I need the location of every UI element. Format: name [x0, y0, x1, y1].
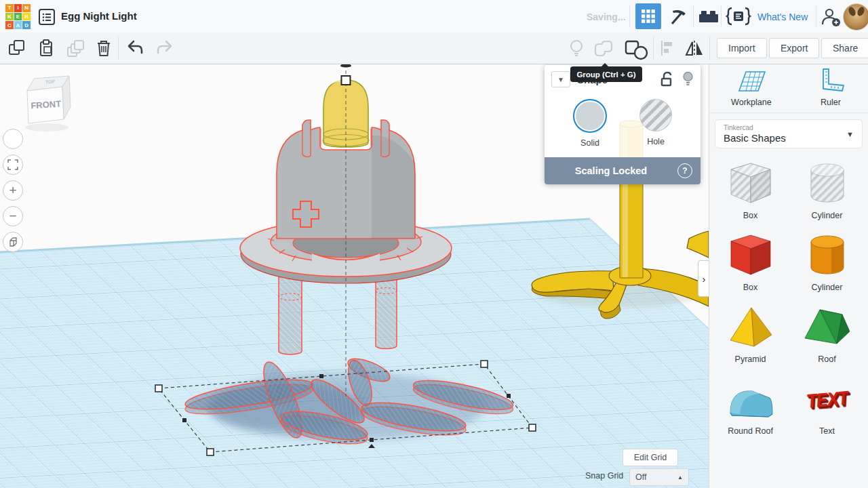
- workplane-tool[interactable]: Workplane: [731, 66, 772, 107]
- scaling-locked-text: Scaling Locked: [545, 165, 677, 176]
- design-menu-icon[interactable]: [38, 8, 56, 26]
- shape-tile-label: Cylinder: [812, 211, 843, 220]
- shape-tile-label: Round Roof: [728, 426, 773, 436]
- zoom-in-button[interactable]: +: [3, 180, 23, 201]
- add-user-icon[interactable]: [821, 7, 841, 26]
- shape-tile-round-roof[interactable]: Round Roof: [712, 368, 789, 440]
- fit-view-button[interactable]: [3, 155, 23, 175]
- workplane-label: Workplane: [731, 98, 772, 107]
- paste-icon[interactable]: [38, 39, 56, 57]
- edit-grid-button[interactable]: Edit Grid: [623, 449, 678, 466]
- import-button[interactable]: Import: [717, 38, 767, 58]
- help-icon[interactable]: ?: [677, 163, 692, 178]
- import-label: Import: [728, 43, 755, 54]
- zoom-out-button[interactable]: −: [3, 206, 23, 226]
- pyramid-thumbnail: [725, 303, 776, 352]
- caret-down-icon: ▼: [557, 76, 564, 83]
- shape-tile-hole-cylinder[interactable]: Cylinder: [789, 152, 865, 224]
- shape-tile-pyramid[interactable]: Pyramid: [712, 296, 789, 368]
- ungroup-icon[interactable]: [624, 39, 648, 61]
- undo-icon[interactable]: [126, 39, 145, 57]
- divider: [709, 37, 710, 60]
- solid-label: Solid: [580, 138, 599, 148]
- divider: [118, 37, 119, 60]
- shape-tile-label: Cylinder: [812, 283, 843, 292]
- library-brand: Tinkercad: [724, 124, 786, 131]
- hole-box-thumbnail: [725, 159, 776, 208]
- whats-new-link[interactable]: What's New: [757, 12, 808, 22]
- divider: [629, 5, 630, 27]
- view-cube[interactable]: TOP FRONT: [16, 72, 77, 137]
- snap-grid-select[interactable]: Off ▲: [629, 468, 689, 486]
- export-label: Export: [781, 43, 808, 54]
- share-button[interactable]: Share: [821, 38, 868, 58]
- height-handle[interactable]: [340, 64, 351, 85]
- ruler-icon: [815, 66, 846, 95]
- snap-grid-label: Snap Grid: [585, 471, 623, 481]
- text-thumbnail: TEXT: [802, 375, 853, 424]
- chevron-right-icon: ›: [703, 273, 706, 285]
- snap-grid-value: Off: [635, 472, 646, 482]
- logo-cell: A: [14, 21, 22, 29]
- logo-cell: T: [5, 4, 14, 12]
- solid-option[interactable]: Solid: [573, 99, 607, 148]
- group-icon[interactable]: [593, 39, 614, 60]
- shape-tile-hole-box[interactable]: Box: [712, 152, 789, 224]
- hole-label: Hole: [647, 137, 665, 146]
- delete-icon[interactable]: [95, 39, 113, 57]
- sidebar-collapse-tab[interactable]: ›: [698, 260, 709, 297]
- tinkercad-app: T I N K E R C A D Egg Night Light Saving…: [0, 0, 868, 488]
- round-roof-thumbnail: [725, 375, 776, 424]
- shape-tile-box[interactable]: Box: [712, 224, 789, 296]
- ruler-tool[interactable]: Ruler: [815, 66, 846, 107]
- home-icon: [7, 134, 18, 144]
- logo-cell: R: [22, 13, 31, 21]
- edit-grid-label: Edit Grid: [634, 453, 667, 462]
- panel-collapse-button[interactable]: ▼: [551, 71, 570, 87]
- brick-icon[interactable]: [698, 9, 719, 23]
- text-thumbnail-word: TEXT: [806, 386, 848, 412]
- bulb-icon[interactable]: [568, 39, 585, 58]
- codeblocks-icon[interactable]: [726, 7, 751, 26]
- hole-swatch: [639, 99, 672, 131]
- shape-tile-label: Text: [819, 426, 835, 436]
- tinkercad-logo[interactable]: T I N K E R C A D: [5, 4, 31, 29]
- home-view-button[interactable]: [3, 129, 23, 149]
- library-title: Basic Shapes: [724, 132, 786, 144]
- logo-cell: E: [14, 13, 22, 21]
- library-text: Tinkercad Basic Shapes: [724, 124, 786, 144]
- logo-cell: I: [14, 4, 22, 12]
- workplane-icon: [734, 66, 769, 95]
- sidebar-tools: Workplane Ruler: [709, 64, 868, 113]
- shape-tile-cylinder[interactable]: Cylinder: [789, 224, 865, 296]
- shape-tile-label: Roof: [818, 354, 835, 364]
- view-cube-front-label[interactable]: FRONT: [31, 98, 62, 110]
- export-button[interactable]: Export: [769, 38, 819, 58]
- hole-cylinder-thumbnail: [802, 159, 853, 208]
- view-cube-top-label[interactable]: TOP: [45, 79, 55, 84]
- minecraft-pickaxe-icon[interactable]: [667, 8, 692, 26]
- shape-gallery: Box Cylinder: [709, 148, 868, 444]
- copy-icon[interactable]: [8, 39, 26, 57]
- mirror-icon[interactable]: [684, 39, 705, 58]
- duplicate-icon[interactable]: [66, 39, 85, 58]
- fit-view-icon: [7, 159, 18, 170]
- redo-icon[interactable]: [155, 39, 174, 57]
- red-box-thumbnail: [725, 231, 776, 280]
- hole-option[interactable]: Hole: [639, 99, 672, 148]
- logo-cell: N: [22, 4, 31, 12]
- shape-tile-text[interactable]: TEXT Text: [789, 368, 865, 440]
- apps-grid-icon[interactable]: [635, 3, 661, 29]
- unlocked-icon[interactable]: [659, 71, 674, 87]
- avatar[interactable]: [843, 3, 868, 30]
- divider: [653, 37, 654, 60]
- align-icon[interactable]: [659, 39, 677, 57]
- edit-toolbar: Import Export Share: [0, 33, 868, 64]
- shape-tile-label: Box: [743, 211, 758, 220]
- shape-tile-roof[interactable]: Roof: [789, 296, 865, 368]
- perspective-toggle-button[interactable]: [3, 232, 23, 252]
- ruler-label: Ruler: [821, 98, 841, 107]
- visibility-bulb-icon[interactable]: [682, 71, 694, 87]
- shape-library-dropdown[interactable]: Tinkercad Basic Shapes ▼: [715, 119, 863, 148]
- shape-tile-label: Pyramid: [735, 354, 766, 364]
